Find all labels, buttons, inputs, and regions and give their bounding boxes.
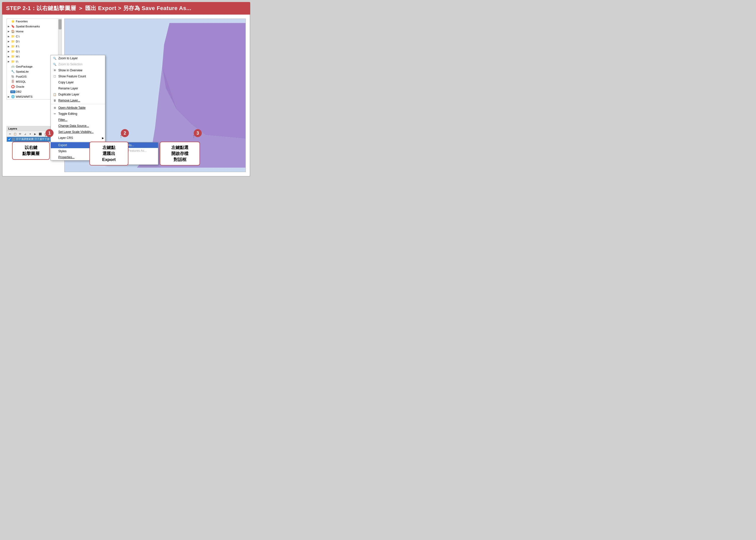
menu-item-scale-visibility[interactable]: Set Layer Scale Visibility...: [51, 129, 105, 135]
menu-label: Show in Overview: [58, 68, 82, 72]
menu-label: Copy Layer: [58, 80, 74, 84]
menu-item-feature-count[interactable]: ☐ Show Feature Count: [51, 73, 105, 79]
arrow-icon: ▶: [8, 30, 10, 33]
arrow-icon: ▶: [8, 55, 10, 58]
title-bar: STEP 2-1：以右鍵點擊圖層 ＞ 匯出 Export > 另存為 Save …: [2, 2, 250, 15]
editing-icon: ✏: [53, 112, 57, 116]
menu-item-zoom-to-selection[interactable]: 🔍 Zoom to Selection: [51, 61, 105, 67]
folder-icon: 📁: [11, 40, 15, 44]
menu-label: Toggle Editing: [58, 112, 77, 115]
oracle-icon: ⭕: [11, 85, 15, 89]
arrow-icon: ▶: [8, 45, 10, 48]
layer-tool-box[interactable]: ⬛: [38, 132, 43, 136]
layer-tool-edit[interactable]: ✏: [8, 132, 12, 136]
menu-item-rename-layer[interactable]: Rename Layer: [51, 85, 105, 91]
callout-1: 以右鍵點擊圖層: [12, 142, 50, 160]
item-label: I:\: [16, 60, 18, 63]
folder-icon: 📁: [11, 55, 15, 59]
geopkg-icon: 🗃: [11, 65, 15, 68]
duplicate-icon: 📋: [53, 92, 57, 96]
menu-item-remove-layer[interactable]: 🗑 Remove Layer...: [51, 97, 105, 103]
zoom-selection-icon: 🔍: [53, 62, 57, 66]
item-label: SpatiaLite: [16, 70, 29, 73]
submenu-arrow: ▶: [102, 137, 104, 139]
layer-tool-star[interactable]: ✦: [28, 132, 32, 136]
item-label: F:\: [16, 45, 19, 48]
arrow-icon: ▶: [8, 25, 10, 28]
remove-icon: 🗑: [53, 98, 57, 102]
callout-number-1: 1: [46, 129, 54, 137]
qgis-area: ⭐ Favorites ▶ 🔖 Spatial Bookmarks ▶ 🏠 Ho…: [7, 19, 246, 172]
menu-label: Show Feature Count: [58, 74, 86, 78]
layer-tool-arrow[interactable]: ▶: [33, 132, 38, 136]
layer-tool-view[interactable]: 👁: [18, 132, 22, 136]
item-label: Oracle: [16, 85, 24, 88]
item-label: PostGIS: [16, 75, 27, 78]
callout-number-2: 2: [121, 129, 129, 137]
overview-icon: 👁: [53, 68, 57, 72]
item-label: GeoPackage: [16, 65, 33, 68]
callout-2: 左鍵點選匯出Export: [89, 142, 128, 166]
item-label: Home: [16, 30, 24, 33]
outer-container: STEP 2-1：以右鍵點擊圖層 ＞ 匯出 Export > 另存為 Save …: [0, 0, 252, 180]
arrow-icon: ▶: [8, 40, 10, 43]
crs-icon: [53, 136, 57, 140]
item-label: MSSQL: [16, 80, 26, 83]
layers-title: Layers: [8, 127, 17, 130]
menu-label: Filter...: [58, 118, 67, 122]
item-label: C:\: [16, 35, 20, 38]
menu-label: Remove Layer...: [58, 99, 80, 102]
star-icon: ⭐: [11, 19, 15, 23]
datasource-icon: [53, 124, 57, 128]
db2-icon: DB2: [11, 90, 15, 94]
callout-2-text: 左鍵點選匯出Export: [102, 145, 116, 162]
zoom-icon: 🔍: [53, 56, 57, 60]
layer-color-icon: [12, 138, 15, 141]
spatialite-icon: 🔧: [11, 69, 15, 73]
menu-item-change-datasource[interactable]: Change Data Source...: [51, 123, 105, 129]
browser-item-home[interactable]: ▶ 🏠 Home: [7, 29, 58, 34]
menu-item-zoom-to-layer[interactable]: 🔍 Zoom to Layer: [51, 55, 105, 61]
menu-item-toggle-editing[interactable]: ✏ Toggle Editing: [51, 111, 105, 117]
number-1: 1: [48, 131, 51, 136]
menu-item-copy-layer[interactable]: Copy Layer: [51, 79, 105, 85]
arrow-icon: ▶: [8, 60, 10, 63]
browser-item-d[interactable]: ▶ 📁 D:\: [7, 39, 58, 44]
menu-item-filter[interactable]: Filter...: [51, 117, 105, 123]
menu-label: Change Data Source...: [58, 124, 89, 128]
browser-item-f[interactable]: ▶ 📁 F:\: [7, 44, 58, 49]
folder-icon: 📁: [11, 50, 15, 54]
menu-label: Properties...: [58, 156, 75, 159]
menu-label: Rename Layer: [58, 87, 78, 90]
menu-label: Layer CRS: [58, 136, 73, 140]
menu-label: Open Attribute Table: [58, 106, 86, 109]
layer-checkbox[interactable]: [8, 138, 11, 141]
styles-icon: [53, 149, 57, 153]
menu-item-attribute-table[interactable]: ⊞ Open Attribute Table: [51, 105, 105, 111]
main-panel: ⭐ Favorites ▶ 🔖 Spatial Bookmarks ▶ 🏠 Ho…: [2, 15, 250, 177]
browser-item-c[interactable]: ▶ 📁 C:\: [7, 34, 58, 39]
layer-tool-filter[interactable]: ⊿: [23, 132, 27, 136]
browser-item-g[interactable]: ▶ 📁 G:\: [7, 49, 58, 54]
item-label: Spatial Bookmarks: [16, 25, 40, 28]
feature-count-icon: ☐: [53, 74, 57, 78]
browser-item-spatial-bookmarks[interactable]: ▶ 🔖 Spatial Bookmarks: [7, 24, 58, 29]
arrow-icon: ▶: [8, 35, 10, 38]
folder-icon: 📁: [11, 45, 15, 49]
copy-icon: [53, 80, 57, 84]
arrow-icon: ▶: [8, 95, 10, 98]
layer-tool-copy[interactable]: 📋: [13, 132, 17, 136]
callout-3: 左鍵點選開啟存檔對話框: [160, 142, 200, 166]
filter-icon: [53, 118, 57, 122]
item-label: DB2: [16, 90, 21, 93]
browser-item-favorites[interactable]: ⭐ Favorites: [7, 19, 58, 24]
menu-item-duplicate-layer[interactable]: 📋 Duplicate Layer: [51, 91, 105, 97]
export-icon: [53, 143, 57, 147]
item-label: G:\: [16, 50, 20, 53]
menu-item-show-overview[interactable]: 👁 Show in Overview: [51, 67, 105, 73]
number-2: 2: [124, 131, 126, 136]
menu-item-layer-crs[interactable]: Layer CRS ▶: [51, 135, 105, 141]
arrow-icon: ▶: [8, 50, 10, 53]
item-label: Favorites: [16, 20, 28, 23]
menu-label: Zoom to Selection: [58, 63, 83, 66]
